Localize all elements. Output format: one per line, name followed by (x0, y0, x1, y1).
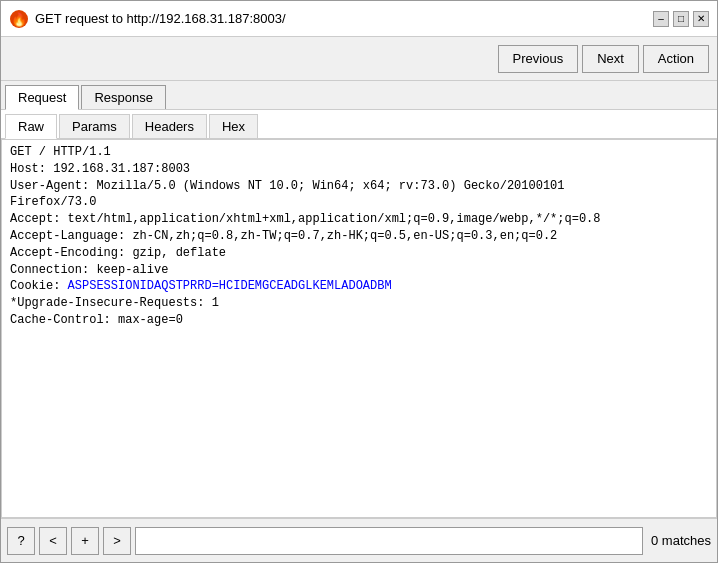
inner-tabs: Raw Params Headers Hex (1, 110, 717, 139)
maximize-button[interactable]: □ (673, 11, 689, 27)
search-add-button[interactable]: + (71, 527, 99, 555)
tab-response[interactable]: Response (81, 85, 166, 109)
outer-tab-bar: Request Response (1, 81, 717, 110)
search-input[interactable] (135, 527, 643, 555)
title-bar: 🔥 GET request to http://192.168.31.187:8… (1, 1, 717, 37)
search-next-small-button[interactable]: > (103, 527, 131, 555)
window-title: GET request to http://192.168.31.187:800… (35, 11, 286, 26)
line-1: GET / HTTP/1.1 Host: 192.168.31.187:8003… (10, 145, 601, 327)
toolbar: Previous Next Action (1, 37, 717, 81)
minimize-button[interactable]: – (653, 11, 669, 27)
main-window: 🔥 GET request to http://192.168.31.187:8… (0, 0, 718, 563)
tab-raw[interactable]: Raw (5, 114, 57, 139)
outer-tabs: Request Response (1, 81, 717, 110)
match-count: 0 matches (647, 533, 711, 548)
title-bar-left: 🔥 GET request to http://192.168.31.187:8… (9, 9, 286, 29)
cookie-value: ASPSESSIONIDAQSTPRRD=HCIDEMGCEADGLKEMLAD… (68, 279, 392, 293)
action-button[interactable]: Action (643, 45, 709, 73)
search-bar: ? < + > 0 matches (1, 518, 717, 562)
inner-tab-bar-wrapper: Raw Params Headers Hex (1, 110, 717, 139)
next-button[interactable]: Next (582, 45, 639, 73)
tab-hex[interactable]: Hex (209, 114, 258, 138)
tab-headers[interactable]: Headers (132, 114, 207, 138)
tab-params[interactable]: Params (59, 114, 130, 138)
window-controls: – □ ✕ (653, 11, 709, 27)
help-button[interactable]: ? (7, 527, 35, 555)
content-area: GET / HTTP/1.1 Host: 192.168.31.187:8003… (1, 139, 717, 518)
app-icon: 🔥 (9, 9, 29, 29)
tab-request[interactable]: Request (5, 85, 79, 110)
request-body[interactable]: GET / HTTP/1.1 Host: 192.168.31.187:8003… (2, 140, 716, 517)
previous-button[interactable]: Previous (498, 45, 579, 73)
svg-text:🔥: 🔥 (11, 11, 28, 28)
close-button[interactable]: ✕ (693, 11, 709, 27)
search-prev-button[interactable]: < (39, 527, 67, 555)
